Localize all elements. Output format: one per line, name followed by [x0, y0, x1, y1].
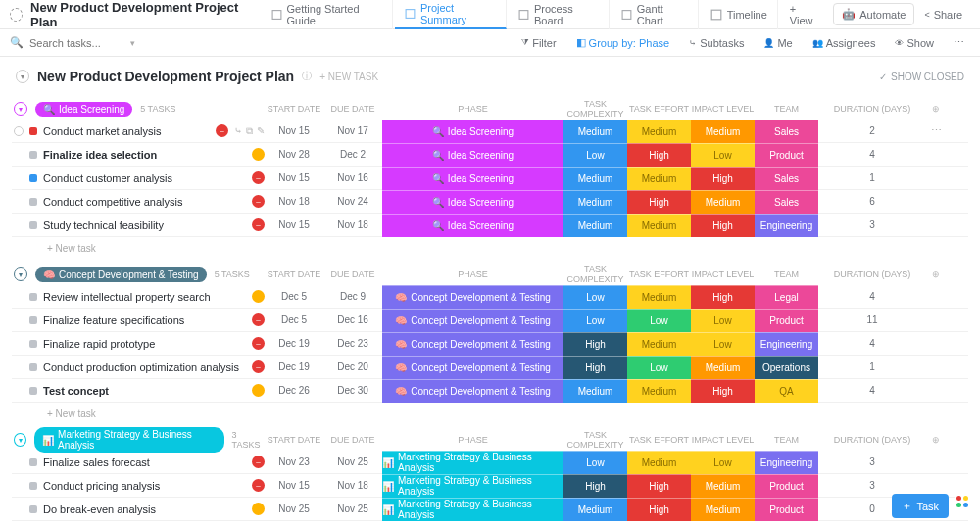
due-date-cell[interactable]: Nov 16: [323, 172, 382, 183]
task-name[interactable]: Conduct customer analysis: [43, 172, 246, 184]
impact-cell[interactable]: Low: [691, 451, 755, 474]
col-effort[interactable]: TASK EFFORT: [627, 435, 691, 445]
assignees-button[interactable]: 👥Assignees: [807, 35, 882, 51]
priority-badge[interactable]: [252, 384, 265, 397]
col-team[interactable]: TEAM: [755, 435, 818, 445]
phase-cell[interactable]: 🔍Idea Screening: [382, 214, 564, 237]
duration-cell[interactable]: 4: [818, 338, 926, 349]
collapse-group-button[interactable]: ▾: [14, 267, 27, 281]
search-input[interactable]: [29, 37, 108, 49]
effort-cell[interactable]: Medium: [627, 332, 691, 356]
complexity-cell[interactable]: Medium: [564, 120, 627, 143]
status-square[interactable]: [29, 293, 37, 301]
effort-cell[interactable]: Medium: [627, 379, 691, 403]
share-button[interactable]: < Share: [916, 5, 970, 24]
start-date-cell[interactable]: Nov 18: [265, 196, 323, 207]
due-date-cell[interactable]: Dec 23: [323, 338, 382, 349]
task-row[interactable]: Conduct customer analysis – Nov 15 Nov 1…: [12, 167, 968, 190]
task-row[interactable]: Test concept Dec 26 Dec 30 🧠Concept Deve…: [12, 379, 968, 403]
duration-cell[interactable]: 4: [818, 385, 926, 396]
search-container[interactable]: 🔍 ▾: [10, 36, 137, 49]
priority-badge[interactable]: –: [252, 195, 265, 208]
new-task-inline[interactable]: + New task: [12, 237, 968, 254]
team-cell[interactable]: Product: [755, 309, 818, 332]
info-icon[interactable]: ⓘ: [302, 70, 312, 83]
duration-cell[interactable]: 3: [818, 219, 926, 230]
task-name[interactable]: Study technical feasibility: [43, 219, 246, 231]
priority-badge[interactable]: –: [252, 337, 265, 350]
task-name[interactable]: Conduct market analysis: [43, 125, 210, 137]
complexity-cell[interactable]: Medium: [564, 167, 627, 190]
duration-cell[interactable]: 4: [818, 149, 926, 160]
add-view-button[interactable]: + View: [780, 0, 829, 29]
task-name[interactable]: Test concept: [43, 385, 246, 397]
col-due-date[interactable]: DUE DATE: [323, 435, 382, 445]
status-square[interactable]: [29, 505, 37, 513]
filter-button[interactable]: ⧩Filter: [515, 35, 562, 51]
effort-cell[interactable]: Low: [627, 309, 691, 332]
task-row[interactable]: Review intellectual property search Dec …: [12, 285, 968, 309]
complexity-cell[interactable]: Medium: [564, 190, 627, 214]
new-task-inline[interactable]: + New task: [12, 403, 968, 419]
col-due-date[interactable]: DUE DATE: [323, 104, 382, 114]
tab-getting-started-guide[interactable]: Getting Started Guide: [262, 0, 393, 29]
duration-cell[interactable]: 2: [818, 125, 926, 136]
phase-cell[interactable]: 🧠Concept Development & Testing: [382, 332, 564, 356]
complexity-cell[interactable]: High: [564, 356, 627, 379]
complexity-cell[interactable]: High: [564, 474, 627, 498]
task-name[interactable]: Finalize idea selection: [43, 149, 246, 161]
col-phase[interactable]: PHASE: [382, 269, 564, 279]
status-square[interactable]: [29, 151, 37, 159]
add-column-button[interactable]: ⊕: [926, 104, 946, 114]
effort-cell[interactable]: High: [627, 498, 691, 521]
col-start-date[interactable]: START DATE: [265, 435, 323, 445]
duration-cell[interactable]: 4: [818, 291, 926, 302]
team-cell[interactable]: Engineering: [755, 451, 818, 474]
complexity-cell[interactable]: Medium: [564, 498, 627, 521]
task-row[interactable]: Finalize feature specifications – Dec 5 …: [12, 309, 968, 332]
complexity-cell[interactable]: Low: [564, 143, 627, 167]
col-impact[interactable]: IMPACT LEVEL: [691, 435, 755, 445]
phase-cell[interactable]: 🧠Concept Development & Testing: [382, 309, 564, 332]
team-cell[interactable]: Operations: [755, 356, 818, 379]
col-impact[interactable]: IMPACT LEVEL: [691, 269, 755, 279]
task-name[interactable]: Conduct pricing analysis: [43, 480, 246, 492]
priority-badge[interactable]: –: [216, 124, 228, 137]
col-effort[interactable]: TASK EFFORT: [627, 104, 691, 114]
team-cell[interactable]: Sales: [755, 190, 818, 214]
collapse-group-button[interactable]: ▾: [14, 102, 27, 116]
priority-badge[interactable]: –: [252, 479, 265, 492]
start-date-cell[interactable]: Dec 19: [265, 361, 323, 372]
new-task-inline[interactable]: + New task: [12, 521, 968, 528]
task-row[interactable]: Do break-even analysis Nov 25 Nov 25 📊Ma…: [12, 498, 968, 521]
group-badge[interactable]: 📊Marketing Strategy & Business Analysis: [34, 427, 224, 453]
start-date-cell[interactable]: Nov 23: [265, 456, 323, 467]
col-duration[interactable]: DURATION (DAYS): [818, 104, 926, 114]
task-checkbox[interactable]: [14, 126, 24, 136]
task-name[interactable]: Review intellectual property search: [43, 291, 246, 303]
status-square[interactable]: [29, 340, 37, 348]
col-team[interactable]: TEAM: [755, 269, 818, 279]
col-phase[interactable]: PHASE: [382, 435, 564, 445]
subtasks-button[interactable]: ⤷Subtasks: [683, 35, 750, 51]
phase-cell[interactable]: 🧠Concept Development & Testing: [382, 356, 564, 379]
col-due-date[interactable]: DUE DATE: [323, 269, 382, 279]
phase-cell[interactable]: 🔍Idea Screening: [382, 167, 564, 190]
add-column-button[interactable]: ⊕: [926, 435, 946, 445]
team-cell[interactable]: Legal: [755, 285, 818, 309]
start-date-cell[interactable]: Dec 26: [265, 385, 323, 396]
start-date-cell[interactable]: Dec 5: [265, 291, 323, 302]
effort-cell[interactable]: High: [627, 190, 691, 214]
collapse-group-button[interactable]: ▾: [14, 433, 26, 447]
priority-badge[interactable]: [252, 503, 265, 515]
due-date-cell[interactable]: Dec 2: [323, 149, 382, 160]
priority-badge[interactable]: –: [252, 313, 265, 326]
effort-cell[interactable]: Medium: [627, 285, 691, 309]
start-date-cell[interactable]: Nov 28: [265, 149, 323, 160]
task-row[interactable]: Conduct pricing analysis – Nov 15 Nov 18…: [12, 474, 968, 498]
new-task-button[interactable]: + NEW TASK: [319, 72, 378, 82]
status-square[interactable]: [29, 174, 37, 182]
due-date-cell[interactable]: Nov 25: [323, 504, 382, 514]
complexity-cell[interactable]: Low: [564, 451, 627, 474]
priority-badge[interactable]: –: [252, 171, 265, 184]
